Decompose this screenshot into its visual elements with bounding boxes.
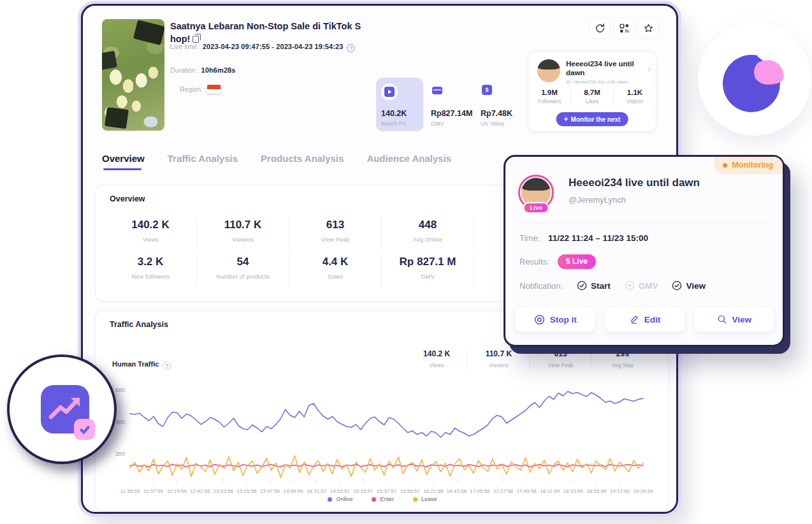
stat-gmv: Rp 827.1 MGMV bbox=[382, 254, 474, 286]
live-title: Saatnya Lebaran Non-Stop Sale di TikTok … bbox=[170, 20, 361, 45]
copy-icon[interactable] bbox=[192, 36, 199, 43]
legend-item-enter[interactable]: Enter bbox=[372, 496, 394, 502]
notification-gmv[interactable]: GMV bbox=[625, 280, 658, 291]
x-axis-label: 11:35:55 bbox=[120, 488, 140, 494]
thumbnail-sign bbox=[102, 51, 117, 71]
tab-products-analysis[interactable]: Products Analysis bbox=[261, 153, 344, 170]
stop-icon bbox=[534, 314, 545, 325]
live-time-row: Live time :2023-04-23 09:47:55 - 2023-04… bbox=[170, 43, 355, 52]
monitored-avatar: Live bbox=[518, 175, 554, 210]
uv-value-card[interactable]: $ Rp7.48K UV Value bbox=[475, 78, 523, 131]
x-axis-label: 11:57:55 bbox=[143, 488, 163, 494]
help-icon[interactable]: ? bbox=[163, 361, 171, 370]
x-axis-label: 13:25:56 bbox=[236, 488, 257, 494]
streamer-profile-card[interactable]: Heeeoi234 live until dawn ID: Heeeoi234 … bbox=[528, 51, 656, 132]
avatar bbox=[537, 59, 560, 82]
header-action-icons bbox=[589, 17, 659, 39]
stat-new-followers: 3.2 KNew followers bbox=[105, 254, 197, 286]
check-badge bbox=[74, 419, 95, 440]
legend-item-leave[interactable]: Leave bbox=[413, 496, 437, 502]
credit-card-icon bbox=[431, 84, 444, 96]
y-axis-label: 600 bbox=[115, 387, 125, 393]
duration-label: Duration : bbox=[170, 66, 199, 74]
human-traffic-chart[interactable]: 20040060011:35:5511:57:5512:19:5612:41:5… bbox=[105, 379, 660, 510]
stat-sales: 4.4 KSales bbox=[289, 254, 382, 286]
x-axis-label: 13:03:56 bbox=[214, 488, 234, 494]
notification-label: Notification: bbox=[519, 281, 563, 291]
overview-panel-title: Overview bbox=[110, 194, 145, 203]
x-axis-label: 18:11:59 bbox=[540, 488, 560, 494]
x-axis-label: 15:59:57 bbox=[400, 488, 421, 494]
y-axis-label: 200 bbox=[115, 451, 125, 457]
edit-button[interactable]: Edit bbox=[605, 307, 684, 331]
x-axis-label: 15:37:57 bbox=[377, 488, 397, 494]
x-axis-label: 19:39:59 bbox=[633, 488, 653, 494]
refresh-icon bbox=[595, 23, 605, 34]
watch-pv-label: Watch PV bbox=[381, 120, 418, 127]
duration-value: 10h6m28s bbox=[201, 66, 236, 74]
results-label: Results: bbox=[519, 257, 549, 266]
traffic-avg-stay: 29sAvg Stay bbox=[592, 349, 653, 368]
traffic-stats-row: 140.2 KViews 110.7 KViewers 613View Peak… bbox=[406, 349, 653, 368]
x-axis-label: 13:47:56 bbox=[260, 488, 280, 494]
time-value: 11/22 11:24 – 11/23 15:00 bbox=[548, 233, 648, 243]
check-circle-icon bbox=[672, 280, 682, 291]
gmv-label: GMV bbox=[431, 120, 468, 127]
legend-item-online[interactable]: Online bbox=[328, 496, 352, 502]
live-thumbnail bbox=[102, 19, 164, 131]
results-live-pill[interactable]: 5 Live bbox=[558, 254, 596, 269]
apps-grid-icon bbox=[619, 23, 630, 34]
help-icon[interactable]: ? bbox=[347, 44, 355, 52]
search-icon bbox=[717, 314, 727, 324]
notification-view[interactable]: View bbox=[672, 280, 706, 291]
data-overview-button[interactable] bbox=[613, 17, 635, 39]
stop-it-button[interactable]: Stop it bbox=[516, 307, 595, 331]
gmv-card[interactable]: Rp827.14M GMV bbox=[426, 78, 473, 131]
live-badge: Live bbox=[523, 202, 549, 214]
monitoring-task-card: Monitoring Live Heeeoi234 live until daw… bbox=[504, 155, 785, 347]
x-axis-label: 15:15:57 bbox=[353, 488, 373, 494]
gmv-value: Rp827.14M bbox=[431, 109, 468, 118]
indonesia-flag-icon bbox=[207, 85, 221, 94]
x-axis-label: 17:49:58 bbox=[516, 488, 537, 494]
monitored-handle: @JeremyLynch bbox=[569, 195, 626, 205]
monitoring-badge: Monitoring bbox=[714, 157, 783, 174]
star-icon bbox=[643, 23, 654, 34]
traffic-chart-svg: 20040060011:35:5511:57:5512:19:5612:41:5… bbox=[105, 379, 660, 501]
view-button[interactable]: View bbox=[695, 307, 774, 331]
watch-pv-value: 140.2K bbox=[381, 109, 418, 118]
divider bbox=[517, 222, 771, 223]
monitor-next-label: Monitor the next bbox=[571, 116, 621, 123]
monitoring-dot-icon bbox=[723, 163, 727, 168]
stat-view-peak: 613View Peak bbox=[289, 217, 382, 249]
y-axis-label: 400 bbox=[115, 419, 125, 425]
x-axis-label: 16:21:58 bbox=[423, 488, 444, 494]
overview-stats-grid: 140.2 KViews 110.7 KViewers 613View Peak… bbox=[105, 217, 474, 286]
favorite-button[interactable] bbox=[637, 17, 659, 39]
online-dot-icon bbox=[328, 497, 332, 502]
human-traffic-label: Human Traffic? bbox=[112, 360, 171, 370]
tab-overview[interactable]: Overview bbox=[102, 153, 145, 170]
enter-dot-icon bbox=[372, 497, 376, 502]
traffic-viewers: 110.7 KViewers bbox=[468, 349, 530, 368]
chart-legend: Online Enter Leave bbox=[105, 496, 660, 502]
refresh-button[interactable] bbox=[589, 17, 611, 39]
tab-audience-analysis[interactable]: Audience Analysis bbox=[366, 153, 451, 170]
monitor-next-button[interactable]: + Monitor the next bbox=[556, 112, 628, 126]
watch-pv-card[interactable]: 140.2K Watch PV bbox=[376, 78, 423, 131]
results-row: Results: 5 Live bbox=[519, 254, 596, 269]
monitoring-badge-label: Monitoring bbox=[732, 161, 773, 170]
x-axis-label: 12:19:56 bbox=[167, 488, 187, 494]
notification-start[interactable]: Start bbox=[577, 280, 611, 291]
uv-label: UV Value bbox=[481, 120, 518, 127]
traffic-view-peak: 613View Peak bbox=[530, 349, 592, 368]
stat-views: 140.2 KViews bbox=[105, 217, 197, 249]
monitored-name: Heeeoi234 live until dawn bbox=[569, 177, 700, 189]
series-line-online bbox=[130, 391, 643, 437]
tab-traffic-analysis[interactable]: Traffic Analysis bbox=[168, 153, 238, 170]
chevron-right-icon[interactable]: › bbox=[648, 63, 651, 74]
live-time-value: 2023-04-23 09:47:55 - 2023-04-23 19:54:2… bbox=[203, 43, 344, 50]
edit-icon bbox=[629, 314, 639, 324]
x-axis-label: 12:41:56 bbox=[190, 488, 210, 494]
likes-stat: 8.7M Likes bbox=[571, 89, 614, 105]
